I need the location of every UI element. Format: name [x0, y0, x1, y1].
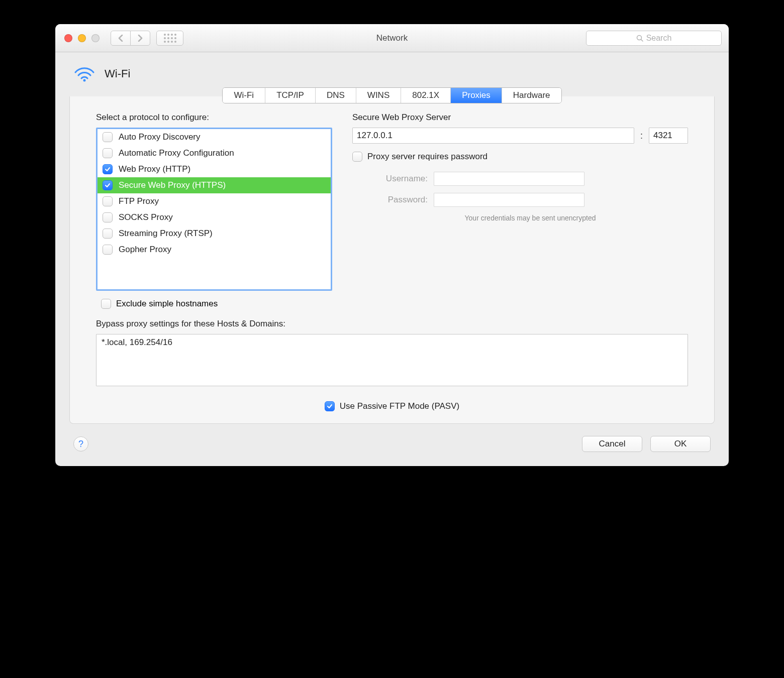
- tabbar: Wi-Fi TCP/IP DNS WINS 802.1X Proxies Har…: [55, 87, 729, 104]
- credentials-hint: Your credentials may be sent unencrypted: [352, 214, 688, 222]
- protocol-https[interactable]: Secure Web Proxy (HTTPS): [97, 177, 331, 193]
- interface-name: Wi-Fi: [105, 67, 130, 80]
- nav-forward-button[interactable]: [130, 31, 150, 46]
- protocol-label: Secure Web Proxy (HTTPS): [119, 180, 226, 190]
- help-button[interactable]: ?: [73, 436, 88, 451]
- protocol-label: Auto Proxy Discovery: [119, 132, 201, 142]
- tab-wifi[interactable]: Wi-Fi: [223, 88, 265, 103]
- svg-point-2: [83, 79, 86, 82]
- search-placeholder: Search: [646, 34, 672, 43]
- svg-line-1: [641, 39, 643, 41]
- preferences-window: Network Search Wi-Fi Wi-Fi TCP/IP DNS WI…: [55, 24, 729, 466]
- username-input: [434, 172, 584, 186]
- protocol-ftp[interactable]: FTP Proxy: [97, 193, 331, 209]
- checkbox-rtsp[interactable]: [103, 229, 113, 239]
- requires-password-label: Proxy server requires password: [367, 152, 487, 162]
- search-icon: [636, 35, 643, 42]
- zoom-window-button: [91, 34, 100, 42]
- protocol-label: SOCKS Proxy: [119, 212, 173, 222]
- interface-header: Wi-Fi: [55, 52, 729, 87]
- cancel-button[interactable]: Cancel: [582, 436, 642, 452]
- protocol-label: Streaming Proxy (RTSP): [119, 229, 213, 239]
- protocol-label: Automatic Proxy Configuration: [119, 148, 234, 158]
- protocol-gopher[interactable]: Gopher Proxy: [97, 242, 331, 258]
- checkbox-exclude-simple[interactable]: [101, 299, 111, 309]
- nav-buttons: [111, 31, 150, 46]
- wifi-icon: [73, 65, 95, 82]
- checkbox-http[interactable]: [103, 164, 113, 174]
- exclude-simple-label: Exclude simple hostnames: [116, 299, 218, 309]
- close-window-button[interactable]: [64, 34, 72, 42]
- checkbox-pasv[interactable]: [325, 401, 335, 411]
- checkbox-auto-config[interactable]: [103, 148, 113, 158]
- password-input: [434, 193, 584, 207]
- username-label: Username:: [352, 174, 428, 184]
- nav-back-button[interactable]: [111, 31, 131, 46]
- protocol-label: Gopher Proxy: [119, 245, 171, 255]
- protocol-label: FTP Proxy: [119, 196, 159, 206]
- proxies-pane: Select a protocol to configure: Auto Pro…: [69, 96, 715, 424]
- tab-proxies[interactable]: Proxies: [451, 88, 502, 103]
- search-input[interactable]: Search: [586, 31, 722, 46]
- proxy-host-input[interactable]: [352, 128, 634, 144]
- window-controls: [64, 34, 100, 42]
- footer: ? Cancel OK: [55, 433, 729, 466]
- ok-button[interactable]: OK: [650, 436, 711, 452]
- checkbox-socks[interactable]: [103, 212, 113, 222]
- protocol-auto-discovery[interactable]: Auto Proxy Discovery: [97, 129, 331, 145]
- proxy-server-label: Secure Web Proxy Server: [352, 112, 688, 123]
- tab-8021x[interactable]: 802.1X: [401, 88, 451, 103]
- titlebar: Network Search: [55, 24, 729, 52]
- tab-tcpip[interactable]: TCP/IP: [265, 88, 316, 103]
- protocol-auto-config[interactable]: Automatic Proxy Configuration: [97, 145, 331, 161]
- checkbox-requires-password[interactable]: [352, 152, 362, 162]
- bypass-textarea[interactable]: [96, 334, 688, 386]
- tab-dns[interactable]: DNS: [316, 88, 356, 103]
- checkbox-auto-discovery[interactable]: [103, 132, 113, 142]
- tab-wins[interactable]: WINS: [356, 88, 401, 103]
- protocol-list-label: Select a protocol to configure:: [96, 112, 332, 123]
- checkbox-gopher[interactable]: [103, 245, 113, 255]
- minimize-window-button[interactable]: [78, 34, 86, 42]
- protocol-socks[interactable]: SOCKS Proxy: [97, 209, 331, 225]
- show-all-button[interactable]: [156, 31, 183, 46]
- bypass-label: Bypass proxy settings for these Hosts & …: [96, 319, 688, 329]
- grid-icon: [164, 34, 176, 43]
- pasv-label: Use Passive FTP Mode (PASV): [340, 401, 459, 411]
- proxy-port-input[interactable]: [649, 128, 688, 144]
- protocol-rtsp[interactable]: Streaming Proxy (RTSP): [97, 225, 331, 242]
- tab-hardware[interactable]: Hardware: [502, 88, 561, 103]
- checkbox-https[interactable]: [103, 180, 113, 190]
- host-port-separator: :: [640, 131, 643, 141]
- checkbox-ftp[interactable]: [103, 196, 113, 206]
- protocol-list[interactable]: Auto Proxy Discovery Automatic Proxy Con…: [96, 128, 332, 291]
- password-label: Password:: [352, 195, 428, 205]
- protocol-http[interactable]: Web Proxy (HTTP): [97, 161, 331, 177]
- protocol-label: Web Proxy (HTTP): [119, 164, 190, 174]
